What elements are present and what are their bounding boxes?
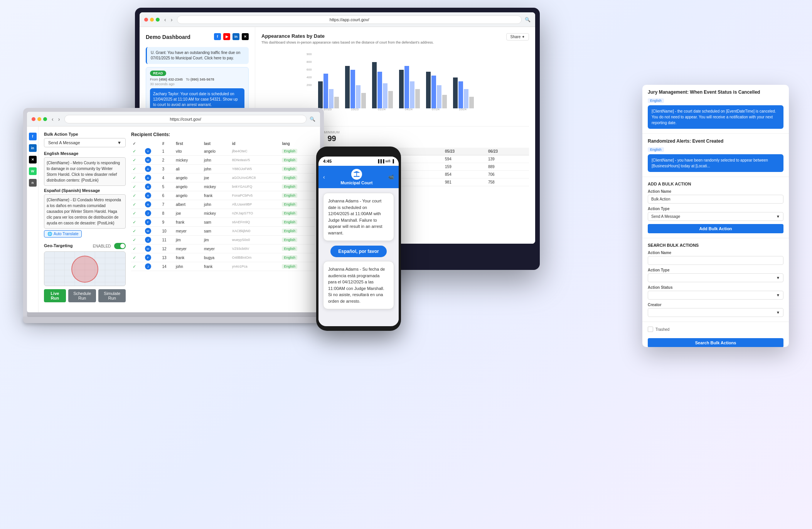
first-cell: vito	[174, 147, 202, 156]
check-cell[interactable]: ✓	[131, 218, 143, 227]
action-name-input[interactable]	[648, 195, 783, 204]
laptop-facebook-icon[interactable]: f	[29, 133, 37, 140]
back-button[interactable]: ‹	[163, 16, 168, 24]
chart-title: Appearance Rates by Date	[261, 33, 434, 39]
youtube-icon[interactable]: ▶	[223, 33, 230, 40]
search-action-status-label: Action Status	[648, 285, 783, 290]
svg-rect-23	[437, 85, 441, 108]
id-cell: yn4o1Pca	[231, 262, 281, 271]
search-bulk-actions-button[interactable]: Search Bulk Actions	[648, 338, 783, 347]
spanish-msg-section: Español (Spanish) Message {ClientName} -…	[44, 188, 126, 239]
english-msg-label: English Message	[44, 151, 126, 156]
laptop-main-form: Bulk Action Type Send A Message▼ English…	[39, 126, 131, 312]
simulate-run-button[interactable]: Simulate Run	[98, 289, 126, 302]
num-cell: 5	[160, 182, 174, 191]
col1-cell: 854	[443, 171, 486, 179]
svg-rect-17	[399, 70, 404, 108]
laptop-back-button[interactable]: ‹	[50, 115, 55, 123]
check-cell[interactable]: ✓	[131, 165, 143, 174]
url-bar[interactable]: https://app.court.gov/	[177, 15, 522, 24]
col-last: last	[202, 140, 231, 147]
english-msg-textarea[interactable]: {ClientName} - Metro County is respondin…	[44, 157, 126, 186]
col-id: id	[231, 140, 281, 147]
last-cell: john	[202, 156, 231, 165]
lang-cell: English	[280, 262, 315, 271]
share-button[interactable]: Share ✦	[506, 33, 529, 40]
close-dot[interactable]	[144, 18, 148, 22]
forward-button[interactable]: ›	[169, 16, 174, 24]
geo-label: Geo-Targeting	[44, 243, 72, 248]
laptop-notify-icon[interactable]: n	[29, 179, 37, 187]
last-cell: meyer	[202, 244, 231, 253]
svg-rect-10	[350, 70, 355, 108]
spanish-msg-textarea[interactable]: {ClientName} - El Condado Metro responda…	[44, 194, 126, 229]
bulk-action-select[interactable]: Send A Message▼	[44, 138, 126, 147]
last-cell: sam	[202, 227, 231, 236]
id-cell: s6AEFm9Q	[231, 218, 281, 227]
laptop-url-bar[interactable]: https://court.gov/	[64, 115, 307, 123]
check-cell[interactable]: ✓	[131, 244, 143, 253]
check-cell[interactable]: ✓	[131, 191, 143, 200]
facebook-icon[interactable]: f	[214, 33, 221, 40]
check-cell[interactable]: ✓	[131, 200, 143, 209]
search-action-name-input[interactable]	[648, 256, 783, 265]
num-cell: 7	[160, 200, 174, 209]
col-date2: 06/23	[486, 148, 529, 155]
add-bulk-action-button[interactable]: Add Bulk Action	[648, 224, 783, 233]
avatar-cell: J	[143, 262, 161, 271]
svg-text:04/24: 04/24	[405, 108, 413, 111]
sms-spanish-bubble: Johanna Adams - Su fecha de audiencia es…	[323, 261, 394, 309]
col2-cell: 139	[486, 155, 529, 163]
laptop-maximize-dot[interactable]	[43, 117, 47, 121]
svg-rect-49	[354, 172, 359, 173]
check-cell[interactable]: ✓	[131, 253, 143, 262]
bar-chart: 900 800 600 400 200	[261, 51, 529, 112]
minimize-dot[interactable]	[150, 18, 154, 22]
phone-video-icon[interactable]: 📹	[388, 174, 394, 180]
laptop-twitter-icon[interactable]: ✕	[29, 156, 37, 163]
check-cell[interactable]: ✓	[131, 209, 143, 218]
trashed-checkbox[interactable]	[648, 327, 653, 332]
laptop-search-icon[interactable]: 🔍	[310, 116, 315, 122]
check-cell[interactable]: ✓	[131, 227, 143, 236]
laptop-forward-button[interactable]: ›	[57, 115, 62, 123]
first-cell: angelo	[174, 191, 202, 200]
recipient-row: ✓ J 11 jim jim wueyyS0o0 English	[131, 236, 315, 244]
maximize-dot[interactable]	[156, 18, 160, 22]
search-action-status-select[interactable]: ▼	[648, 291, 783, 300]
col-lang: lang	[280, 140, 315, 147]
search-creator-select[interactable]: ▼	[648, 308, 783, 317]
laptop-linkedin-icon[interactable]: in	[29, 144, 37, 152]
translate-button[interactable]: Español, por favor	[330, 246, 386, 257]
avatar-cell: F	[143, 253, 161, 262]
lang-cell: English	[280, 209, 315, 218]
sms-english-bubble: Johanna Adams - Your court date is sched…	[323, 193, 394, 241]
last-cell: joe	[202, 174, 231, 182]
linkedin-icon[interactable]: in	[232, 33, 239, 40]
phone-back-button[interactable]: ‹	[323, 174, 325, 180]
check-cell[interactable]: ✓	[131, 262, 143, 271]
panel-lang-2: English	[648, 147, 664, 152]
browser-nav: ‹ ›	[163, 16, 174, 24]
first-cell: albert	[174, 200, 202, 209]
laptop-whatsapp-icon[interactable]: W	[29, 167, 37, 175]
twitter-icon[interactable]: ✕	[242, 33, 249, 40]
num-cell: 1	[160, 147, 174, 156]
check-cell[interactable]: ✓	[131, 182, 143, 191]
search-action-type-label: Action Type	[648, 268, 783, 272]
geo-toggle[interactable]	[114, 243, 126, 249]
live-run-button[interactable]: Live Run	[44, 289, 66, 302]
laptop-close-dot[interactable]	[32, 117, 35, 121]
auto-translate-button[interactable]: 🌐 Auto Translate	[44, 230, 82, 238]
check-cell[interactable]: ✓	[131, 147, 143, 156]
check-cell[interactable]: ✓	[131, 236, 143, 244]
schedule-run-button[interactable]: Schedule Run	[68, 289, 96, 302]
search-action-type-select[interactable]: ▼	[648, 273, 783, 282]
check-cell[interactable]: ✓	[131, 174, 143, 182]
lang-cell: English	[280, 156, 315, 165]
check-cell[interactable]: ✓	[131, 156, 143, 165]
laptop-minimize-dot[interactable]	[37, 117, 41, 121]
search-icon[interactable]: 🔍	[525, 17, 531, 22]
svg-rect-28	[469, 97, 474, 108]
action-type-select[interactable]: Send A Message▼	[648, 212, 783, 221]
